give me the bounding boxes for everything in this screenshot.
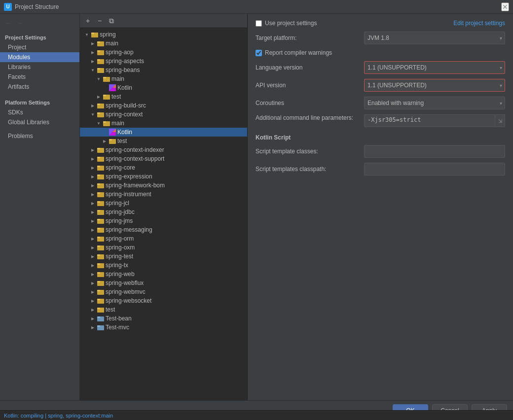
nav-bar: ← → xyxy=(0,17,79,31)
api-version-select[interactable]: 1.1 (UNSUPPORTED) xyxy=(364,79,505,92)
expand-arrow xyxy=(102,129,108,135)
tree-item-main[interactable]: main xyxy=(80,39,247,48)
svg-rect-51 xyxy=(97,245,100,247)
tree-item-spring-test[interactable]: spring-test xyxy=(80,252,247,261)
tree-label: spring-webflux xyxy=(106,280,144,286)
tree-item-spring-context-support[interactable]: spring-context-support xyxy=(80,154,247,163)
tree-item-spring-web[interactable]: spring-web xyxy=(80,270,247,279)
tree-item-context-test[interactable]: test xyxy=(80,137,247,145)
tree-item-spring-websocket[interactable]: spring-websocket xyxy=(80,296,247,305)
tree-item-kotlin-beans[interactable]: Kotlin xyxy=(80,83,247,92)
sidebar-item-libraries[interactable]: Libraries xyxy=(0,62,79,72)
report-compiler-warnings-row: Report compiler warnings xyxy=(256,49,505,56)
report-compiler-warnings-label[interactable]: Report compiler warnings xyxy=(265,49,332,56)
tree-item-context-main[interactable]: main xyxy=(80,119,247,128)
sidebar-item-problems[interactable]: Problems xyxy=(0,131,79,141)
tree-item-spring-expression[interactable]: spring-expression xyxy=(80,172,247,181)
language-version-select[interactable]: 1.1 (UNSUPPORTED) xyxy=(364,61,505,74)
svg-rect-18 xyxy=(97,104,100,105)
folder-icon xyxy=(97,209,104,215)
use-project-settings-label[interactable]: Use project settings xyxy=(265,20,317,27)
tree-item-spring-framework-bom[interactable]: spring-framework-bom xyxy=(80,181,247,190)
svg-rect-11 xyxy=(103,77,106,78)
use-project-settings-checkbox[interactable] xyxy=(256,20,262,27)
coroutines-select[interactable]: Enabled with warning xyxy=(364,97,505,109)
svg-rect-45 xyxy=(97,219,100,220)
expand-arrow xyxy=(96,76,102,82)
target-platform-select[interactable]: JVM 1.8 xyxy=(364,32,505,44)
tree-item-test-mvc[interactable]: Test-mvc xyxy=(80,323,247,332)
tree-label: spring-web xyxy=(106,271,135,278)
copy-button[interactable]: ⧉ xyxy=(107,16,116,26)
expand-arrow xyxy=(90,58,96,64)
report-compiler-warnings-checkbox[interactable] xyxy=(256,50,262,56)
expand-arrow xyxy=(90,174,96,179)
tree-item-spring-jdbc[interactable]: spring-jdbc xyxy=(80,208,247,216)
tree-item-spring-jms[interactable]: spring-jms xyxy=(80,216,247,225)
sidebar-item-project[interactable]: Project xyxy=(0,42,79,52)
folder-icon xyxy=(103,120,110,127)
tree-item-spring-beans[interactable]: spring-beans xyxy=(80,66,247,74)
tree-label: main xyxy=(111,75,124,82)
remove-button[interactable]: − xyxy=(95,16,105,26)
close-button[interactable]: ✕ xyxy=(501,2,509,11)
sidebar-item-global-libraries[interactable]: Global Libraries xyxy=(0,117,79,127)
tree-item-spring-instrument[interactable]: spring-instrument xyxy=(80,190,247,199)
tree-label: spring-jcl xyxy=(106,200,129,207)
svg-rect-49 xyxy=(97,237,100,238)
expand-arrow xyxy=(90,67,96,73)
expand-arrow xyxy=(102,85,108,91)
tree-content[interactable]: spring main spring-aop xyxy=(80,28,247,400)
tree-item-spring-core[interactable]: spring-core xyxy=(80,163,247,172)
folder-icon xyxy=(97,111,104,118)
tree-item-spring-aop[interactable]: spring-aop xyxy=(80,48,247,57)
script-template-classes-input[interactable] xyxy=(364,145,505,158)
sidebar-item-artifacts[interactable]: Artifacts xyxy=(0,82,79,92)
tree-label: spring-jms xyxy=(106,217,133,224)
sidebar-item-facets[interactable]: Facets xyxy=(0,72,79,82)
folder-icon xyxy=(97,164,104,171)
svg-rect-7 xyxy=(97,59,100,61)
folder-icon xyxy=(97,200,104,207)
tree-label: test xyxy=(111,93,121,100)
folder-icon xyxy=(97,40,104,47)
tree-label: spring-aop xyxy=(106,49,134,56)
tree-item-beans-main[interactable]: main xyxy=(80,74,247,83)
tree-item-spring-orm[interactable]: spring-orm xyxy=(80,234,247,243)
forward-button[interactable]: → xyxy=(15,18,26,29)
script-templates-classpath-input[interactable] xyxy=(364,163,505,175)
tree-item-kotlin-context[interactable]: Kotlin xyxy=(80,128,247,137)
script-template-classes-wrap xyxy=(364,145,505,158)
tree-toolbar: + − ⧉ xyxy=(80,14,247,28)
tree-item-test-bean[interactable]: Test-bean xyxy=(80,314,247,323)
tree-label: spring-oxm xyxy=(106,244,135,251)
script-template-classes-row: Script template classes: xyxy=(256,145,505,158)
tree-item-spring-webflux[interactable]: spring-webflux xyxy=(80,279,247,287)
tree-label: spring-expression xyxy=(106,173,152,180)
tree-item-spring-context-indexer[interactable]: spring-context-indexer xyxy=(80,145,247,154)
svg-rect-22 xyxy=(103,121,106,123)
tree-item-spring-messaging[interactable]: spring-messaging xyxy=(80,225,247,234)
tree-item-spring-oxm[interactable]: spring-oxm xyxy=(80,243,247,252)
tree-item-spring-aspects[interactable]: spring-aspects xyxy=(80,57,247,66)
tree-item-spring-jcl[interactable]: spring-jcl xyxy=(80,199,247,208)
expand-arrow xyxy=(90,227,96,233)
expand-arrow xyxy=(90,253,96,259)
folder-icon xyxy=(97,102,104,109)
add-button[interactable]: + xyxy=(83,16,93,26)
tree-item-spring[interactable]: spring xyxy=(80,30,247,39)
tree-item-test[interactable]: test xyxy=(80,305,247,314)
tree-item-spring-context[interactable]: spring-context xyxy=(80,110,247,119)
tree-item-beans-test[interactable]: test xyxy=(80,92,247,101)
sidebar-item-modules[interactable]: Modules xyxy=(0,52,79,62)
tree-item-spring-tx[interactable]: spring-tx xyxy=(80,261,247,270)
kotlin-script-section-title: Kotlin Script xyxy=(256,134,505,141)
expand-arrow xyxy=(90,271,96,277)
expand-cmd-button[interactable]: ⇲ xyxy=(495,114,505,127)
sidebar-item-sdks[interactable]: SDKs xyxy=(0,107,79,117)
edit-project-settings-link[interactable]: Edit project settings xyxy=(453,20,505,27)
tree-item-spring-webmvc[interactable]: spring-webmvc xyxy=(80,287,247,296)
additional-cmd-input[interactable]: -Xjsr305=strict xyxy=(364,114,495,127)
tree-item-spring-build-src[interactable]: spring-build-src xyxy=(80,101,247,110)
back-button[interactable]: ← xyxy=(3,18,14,29)
